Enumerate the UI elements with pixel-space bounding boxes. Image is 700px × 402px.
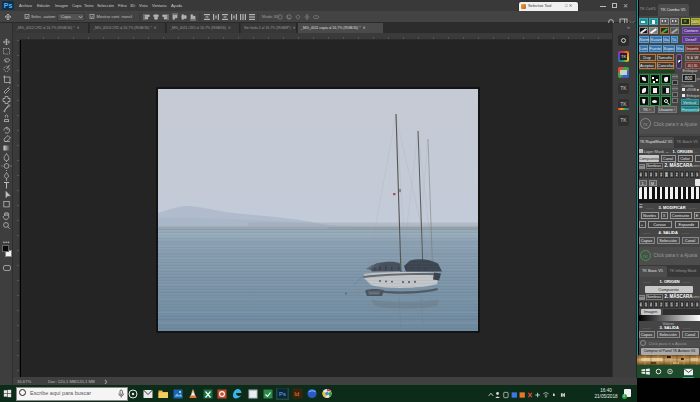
svg-text:Id: Id: [294, 391, 299, 397]
svg-text:Ps: Ps: [279, 391, 286, 397]
svg-text:Mostrar cont. transf.: Mostrar cont. transf.: [97, 14, 133, 19]
svg-text:Capa: Capa: [61, 14, 72, 19]
svg-text:Modo 3D:: Modo 3D:: [262, 14, 280, 19]
svg-text:Selec. autom:: Selec. autom:: [31, 14, 56, 19]
